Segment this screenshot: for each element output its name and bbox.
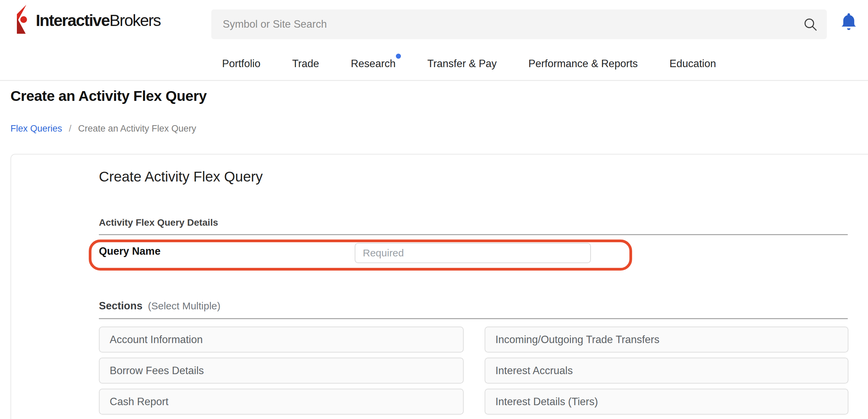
breadcrumb: Flex Queries / Create an Activity Flex Q…	[10, 123, 196, 134]
brand-name: InteractiveBrokers	[36, 11, 161, 30]
brand-logo[interactable]: InteractiveBrokers	[12, 5, 161, 36]
nav-item-research-label: Research	[351, 58, 396, 69]
nav-item-education[interactable]: Education	[670, 58, 716, 70]
search-input[interactable]	[211, 9, 803, 39]
ib-logo-icon	[12, 5, 31, 36]
section-button-interest-details-tiers[interactable]: Interest Details (Tiers)	[485, 389, 848, 415]
nav-item-trade[interactable]: Trade	[292, 58, 319, 70]
section-button-interest-accruals[interactable]: Interest Accruals	[485, 358, 848, 384]
search-icon[interactable]	[803, 17, 818, 32]
breadcrumb-separator: /	[69, 123, 72, 134]
notification-dot-icon	[396, 54, 401, 59]
brand-name-light: Brokers	[109, 11, 160, 29]
nav-item-research[interactable]: Research	[351, 58, 396, 70]
flex-query-card: Create Activity Flex Query Activity Flex…	[10, 154, 868, 419]
nav-item-performance-reports[interactable]: Performance & Reports	[528, 58, 638, 70]
details-section-title: Activity Flex Query Details	[99, 217, 848, 228]
breadcrumb-link-flex-queries[interactable]: Flex Queries	[10, 123, 62, 134]
main-nav: Portfolio Trade Research Transfer & Pay …	[0, 47, 868, 81]
sections-subtitle: (Select Multiple)	[148, 300, 220, 311]
section-button-cash-report[interactable]: Cash Report	[99, 389, 464, 415]
card-heading: Create Activity Flex Query	[99, 169, 848, 185]
brand-name-bold: Interactive	[36, 11, 109, 29]
section-button-borrow-fees-details[interactable]: Borrow Fees Details	[99, 358, 464, 384]
sections-header: Sections(Select Multiple)	[99, 300, 848, 312]
sections-title: Sections	[99, 300, 142, 312]
notifications-bell-icon[interactable]	[840, 12, 857, 34]
query-name-label: Query Name	[99, 245, 161, 257]
nav-item-portfolio[interactable]: Portfolio	[222, 58, 261, 70]
nav-item-transfer-pay[interactable]: Transfer & Pay	[427, 58, 497, 70]
breadcrumb-current: Create an Activity Flex Query	[78, 123, 196, 134]
sections-grid: Account Information Incoming/Outgoing Tr…	[99, 327, 848, 419]
query-name-input[interactable]	[355, 243, 591, 263]
top-bar: InteractiveBrokers	[0, 0, 868, 47]
site-search-bar	[211, 9, 827, 39]
page-title: Create an Activity Flex Query	[10, 88, 207, 104]
section-button-account-information[interactable]: Account Information	[99, 327, 464, 353]
query-name-row: Query Name	[99, 235, 848, 271]
section-button-incoming-outgoing-trade-transfers[interactable]: Incoming/Outgoing Trade Transfers	[485, 327, 848, 353]
divider	[99, 318, 848, 319]
